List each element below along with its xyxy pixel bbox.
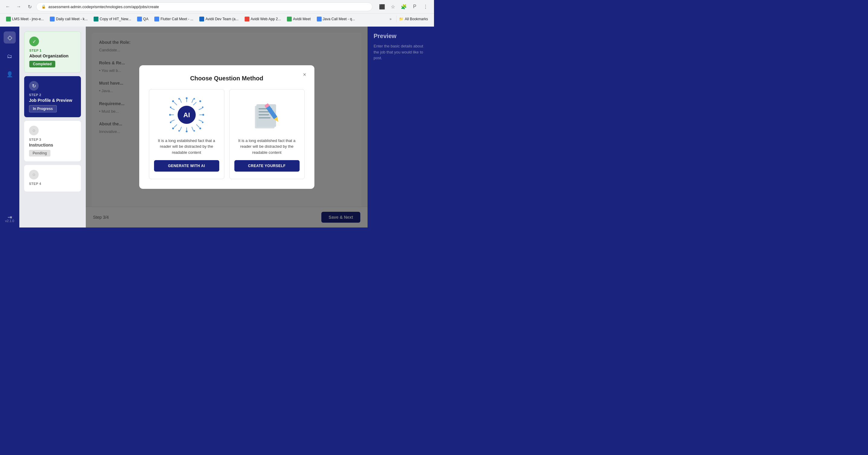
bookmark-favicon <box>245 17 249 22</box>
steps-panel: ✓ STEP 1 About Organization Completed ↻ … <box>19 27 86 228</box>
app-area: ◇ 🗂 👤 ⇥ v2.1.0 ✓ STEP 1 About Organizati… <box>0 27 434 228</box>
menu-button[interactable]: ⋮ <box>421 2 430 11</box>
bookmark-label: Flutter Call Meet - ... <box>160 17 193 21</box>
ai-option-description: It is a long established fact that a rea… <box>154 138 219 156</box>
bookmark-avidii-meet[interactable]: Avidii Meet <box>284 16 313 23</box>
step-card-1[interactable]: ✓ STEP 1 About Organization Completed <box>24 31 81 72</box>
url-text: assessment-admin.codeprismtechnologies.c… <box>48 4 159 9</box>
ai-option-icon: AI <box>168 97 205 133</box>
svg-line-10 <box>171 108 175 110</box>
bookmark-hit[interactable]: Copy of HIT_New... <box>91 16 133 23</box>
modal-close-button[interactable]: × <box>300 70 310 80</box>
bookmark-label: LMS Meet - jmo-e... <box>12 17 44 21</box>
reload-button[interactable]: ↻ <box>25 2 34 11</box>
create-yourself-button[interactable]: CREATE YOURSELF <box>235 160 300 172</box>
svg-line-5 <box>193 102 196 105</box>
step-1-title: About Organization <box>29 54 76 58</box>
extensions-button[interactable]: 🧩 <box>399 2 409 11</box>
bookmark-favicon <box>199 17 204 22</box>
bookmark-label: Java Call Meet - q... <box>323 17 355 21</box>
bookmark-favicon <box>137 17 142 22</box>
preview-description: Enter the basic details about the job th… <box>374 43 428 61</box>
step-2-title: Job Profile & Preview <box>29 98 76 103</box>
svg-point-21 <box>199 100 201 102</box>
bookmark-java[interactable]: Java Call Meet - q... <box>314 16 358 23</box>
step-card-4[interactable]: ○ STEP 4 <box>24 165 81 191</box>
bookmark-label: Avidii Web App 2... <box>251 17 281 21</box>
step-4-icon: ○ <box>29 170 39 179</box>
bookmarks-more[interactable]: » <box>387 16 394 22</box>
browser-chrome: ← → ↻ 🔒 assessment-admin.codeprismtechno… <box>0 0 434 27</box>
step-2-number: STEP 2 <box>29 93 76 97</box>
svg-rect-38 <box>258 114 269 115</box>
sidebar-icon-briefcase[interactable]: 🗂 <box>4 51 15 62</box>
svg-line-6 <box>174 124 177 127</box>
sidebar-icon-users[interactable]: 👤 <box>4 69 15 80</box>
bookmark-favicon <box>50 17 55 22</box>
bookmark-button[interactable]: ☆ <box>388 2 398 11</box>
modal-option-manual[interactable]: It is a long established fact that a rea… <box>229 89 305 179</box>
main-content: About the Role: Candidate... Roles & Re.… <box>86 27 368 228</box>
generate-with-ai-button[interactable]: GENERATE WITH AI <box>154 160 219 172</box>
svg-point-16 <box>186 97 188 99</box>
bookmark-label: Copy of HIT_New... <box>100 17 131 21</box>
step-card-3[interactable]: ○ STEP 3 Instructions Pending <box>24 121 81 161</box>
step-3-title: Instructions <box>29 143 76 147</box>
preview-title: Preview <box>374 33 428 39</box>
bookmark-label: Avidii Meet <box>293 17 310 21</box>
step-1-status: Completed <box>29 61 55 67</box>
svg-line-15 <box>192 127 193 130</box>
bookmark-qa[interactable]: QA <box>135 16 151 23</box>
bookmark-favicon <box>154 17 159 22</box>
step-card-2[interactable]: ↻ STEP 2 Job Profile & Preview In Progre… <box>24 76 81 117</box>
all-bookmarks[interactable]: 📁 All Bookmarks <box>396 16 430 22</box>
step-1-number: STEP 1 <box>29 49 76 52</box>
bookmark-lms[interactable]: LMS Meet - jmo-e... <box>4 16 46 23</box>
svg-line-4 <box>174 102 177 105</box>
svg-point-27 <box>170 121 171 123</box>
lock-icon: 🔒 <box>41 4 46 9</box>
forward-button[interactable]: → <box>14 2 23 11</box>
bookmark-favicon <box>287 17 292 22</box>
bookmark-daily[interactable]: Daily call Meet - k... <box>48 16 90 23</box>
app-logo[interactable]: ◇ <box>4 31 16 43</box>
svg-point-18 <box>169 114 171 116</box>
step-4-number: STEP 4 <box>29 182 76 185</box>
modal-option-ai[interactable]: AI It is a long established fact that a … <box>149 89 224 179</box>
step-2-status: In Progress <box>29 105 57 112</box>
svg-line-11 <box>171 120 175 121</box>
profile-button[interactable]: P <box>410 2 420 11</box>
back-button[interactable]: ← <box>4 2 12 11</box>
svg-point-22 <box>172 127 174 129</box>
step-2-icon: ↻ <box>29 81 39 91</box>
cast-button[interactable]: ⬛ <box>377 2 387 11</box>
bookmark-avidii-web[interactable]: Avidii Web App 2... <box>242 16 283 23</box>
bookmark-label: Avidii Dev Team (a... <box>205 17 239 21</box>
bookmarks-bar: LMS Meet - jmo-e... Daily call Meet - k.… <box>0 13 434 24</box>
svg-point-31 <box>193 130 195 131</box>
svg-line-9 <box>192 99 193 103</box>
svg-line-8 <box>180 99 182 103</box>
svg-point-19 <box>203 114 204 116</box>
svg-point-24 <box>178 98 180 99</box>
step-1-icon: ✓ <box>29 36 39 46</box>
manual-option-icon <box>249 97 285 133</box>
svg-text:AI: AI <box>183 111 190 119</box>
folder-icon: 📁 <box>399 17 403 21</box>
bookmark-flutter[interactable]: Flutter Call Meet - ... <box>152 16 196 23</box>
modal-title: Choose Question Method <box>149 75 305 82</box>
svg-point-25 <box>193 98 195 99</box>
bookmark-label: QA <box>143 17 148 21</box>
svg-point-28 <box>202 107 203 108</box>
bookmark-favicon <box>6 17 11 22</box>
bookmark-favicon <box>317 17 322 22</box>
svg-line-13 <box>199 120 203 121</box>
bookmark-label: Daily call Meet - k... <box>56 17 88 21</box>
browser-actions: ⬛ ☆ 🧩 P ⋮ <box>377 2 430 11</box>
manual-option-description: It is a long established fact that a rea… <box>235 138 300 156</box>
svg-point-29 <box>202 121 203 123</box>
svg-line-7 <box>196 124 199 127</box>
bookmark-avidii-dev[interactable]: Avidii Dev Team (a... <box>197 16 241 23</box>
address-bar[interactable]: 🔒 assessment-admin.codeprismtechnologies… <box>36 2 372 11</box>
svg-rect-39 <box>258 117 271 118</box>
